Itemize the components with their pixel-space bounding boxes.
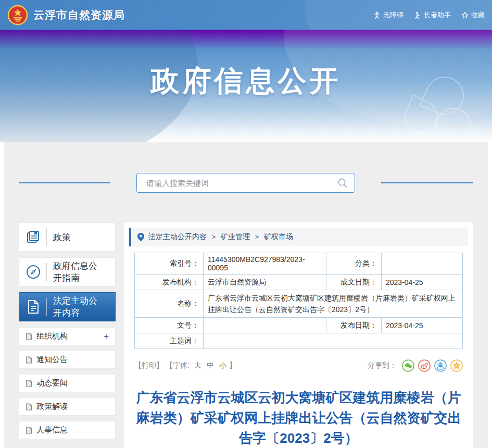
table-row: 名称： 广东省云浮市云城区云初大窝塘矿区建筑用糜棱岩（片麻岩类）矿采矿权网上挂牌… — [135, 290, 463, 318]
search-icon — [337, 178, 348, 188]
star-icon — [461, 11, 469, 19]
print-button[interactable]: 【打印】 — [134, 361, 163, 370]
divider — [46, 263, 47, 281]
favorite-link[interactable]: 收藏 — [461, 10, 485, 20]
share-weibo-icon[interactable] — [418, 359, 431, 372]
category-value — [382, 253, 463, 275]
accessibility-link[interactable]: 无障碍 — [373, 10, 403, 20]
sidebar: 政策 政府信息公开指南 — [19, 222, 116, 444]
divider — [46, 228, 47, 246]
breadcrumb: 法定主动公开内容 > 矿业管理 > 矿权市场 — [129, 228, 468, 246]
search-section — [4, 169, 488, 197]
written-date-value: 2023-04-25 — [382, 275, 463, 290]
share-bar: 分享到： — [368, 359, 463, 372]
sidebar-item-label: 政府信息公开指南 — [53, 260, 98, 284]
article-title: 广东省云浮市云城区云初大窝塘矿区建筑用糜棱岩（片麻岩类）矿采矿权网上挂牌出让公告… — [132, 388, 465, 448]
page-icon — [26, 403, 32, 410]
breadcrumb-item[interactable]: 矿业管理 — [221, 232, 250, 242]
decor-line-right — [381, 182, 473, 183]
category-label: 分类： — [326, 253, 382, 275]
site-title: 云浮市自然资源局 — [33, 8, 125, 22]
location-pin-icon — [137, 233, 144, 241]
sidebar-item-label: 组织机构 — [36, 331, 68, 341]
divider — [46, 298, 47, 316]
index-number-value: 11445300MB2C927983/2023-00095 — [204, 253, 326, 275]
name-value: 广东省云浮市云城区云初大窝塘矿区建筑用糜棱岩（片麻岩类）矿采矿权网上挂牌出让公告… — [204, 290, 463, 318]
share-wechat-icon[interactable] — [402, 359, 414, 372]
search-box — [136, 173, 355, 193]
doc-number-label: 文号： — [135, 318, 204, 333]
top-header-bar: 云浮市自然资源局 无障碍 长者助手 收藏 — [0, 0, 492, 30]
sidebar-item-label: 政策解读 — [36, 402, 68, 412]
page-banner: 政府信息公开 — [0, 30, 492, 142]
name-label: 名称： — [135, 290, 204, 318]
sidebar-item-gov-info-guide[interactable]: 政府信息公开指南 — [19, 257, 116, 287]
page-icon — [26, 380, 32, 387]
share-label: 分享到： — [368, 361, 397, 370]
sidebar-item-legal-disclosure[interactable]: 法定主动公开内容 — [19, 292, 116, 321]
sidebar-item-personnel[interactable]: 人事信息 — [19, 421, 116, 439]
sidebar-item-news[interactable]: 动态要闻 — [19, 374, 116, 392]
share-qq-icon[interactable] — [434, 359, 447, 372]
national-emblem-logo — [7, 5, 28, 26]
font-size-suffix: 】 — [229, 361, 236, 370]
page-icon — [26, 356, 32, 364]
accessibility-icon — [373, 11, 381, 19]
book-icon — [24, 229, 42, 245]
sidebar-item-label: 人事信息 — [36, 425, 68, 435]
breadcrumb-item[interactable]: 矿权市场 — [264, 232, 293, 242]
written-date-label: 成文日期： — [326, 275, 382, 290]
search-input[interactable] — [145, 178, 337, 188]
page-body-panel: 政策 政府信息公开指南 — [4, 142, 488, 448]
content-panel: 法定主动公开内容 > 矿业管理 > 矿权市场 索引号： 11445300MB2C… — [124, 222, 473, 448]
elder-helper-label: 长者助手 — [424, 10, 451, 20]
elder-icon — [414, 11, 421, 19]
compass-icon — [24, 264, 42, 280]
keywords-label: 主题词： — [135, 333, 204, 349]
expand-plus-icon[interactable]: + — [104, 332, 109, 341]
share-favorite-star-icon[interactable] — [450, 359, 463, 372]
decor-line-left — [19, 182, 110, 183]
sidebar-item-organization[interactable]: 组织机构 + — [19, 327, 116, 345]
issuing-agency-value: 云浮市自然资源局 — [204, 275, 326, 290]
table-row: 发布机构： 云浮市自然资源局 成文日期： 2023-04-25 — [135, 275, 463, 290]
sidebar-item-label: 通知公告 — [36, 355, 68, 365]
font-size-large[interactable]: 大 — [194, 361, 201, 370]
sidebar-item-policy[interactable]: 政策 — [19, 222, 116, 252]
document-icon — [24, 299, 42, 315]
sidebar-item-label: 政策 — [53, 231, 98, 243]
doc-number-value — [204, 318, 326, 333]
page-icon — [26, 333, 32, 340]
sidebar-item-label: 法定主动公开内容 — [53, 295, 98, 319]
table-row: 索引号： 11445300MB2C927983/2023-00095 分类： — [135, 253, 463, 275]
breadcrumb-item[interactable]: 法定主动公开内容 — [148, 232, 207, 242]
table-row: 主题词： — [135, 333, 463, 349]
top-links: 无障碍 长者助手 收藏 — [373, 10, 485, 20]
table-row: 文号： 发布日期： 2023-04-25 — [135, 318, 463, 333]
font-size-prefix: 【字体: — [166, 361, 190, 370]
index-number-label: 索引号： — [135, 253, 204, 275]
breadcrumb-separator: > — [212, 233, 216, 241]
publish-date-label: 发布日期： — [326, 318, 382, 333]
breadcrumb-separator: > — [255, 233, 259, 241]
page-icon — [26, 427, 32, 434]
font-size-medium[interactable]: 中 — [207, 361, 214, 370]
elder-helper-link[interactable]: 长者助手 — [414, 10, 451, 20]
sidebar-item-notices[interactable]: 通知公告 — [19, 351, 116, 369]
banner-title: 政府信息公开 — [0, 30, 492, 101]
sidebar-item-label: 动态要闻 — [36, 378, 68, 388]
keywords-value — [204, 333, 463, 349]
publish-date-value: 2023-04-25 — [382, 318, 463, 333]
accessibility-label: 无障碍 — [383, 10, 403, 20]
document-meta-table: 索引号： 11445300MB2C927983/2023-00095 分类： 发… — [134, 253, 463, 349]
font-size-small[interactable]: 小 — [219, 361, 226, 370]
issuing-agency-label: 发布机构： — [135, 275, 204, 290]
search-button[interactable] — [337, 178, 348, 188]
sidebar-item-policy-interpretation[interactable]: 政策解读 — [19, 397, 116, 416]
article-toolbar: 【打印】 【字体: 大 中 小 】 分享到： — [134, 359, 463, 372]
favorite-label: 收藏 — [471, 10, 485, 20]
